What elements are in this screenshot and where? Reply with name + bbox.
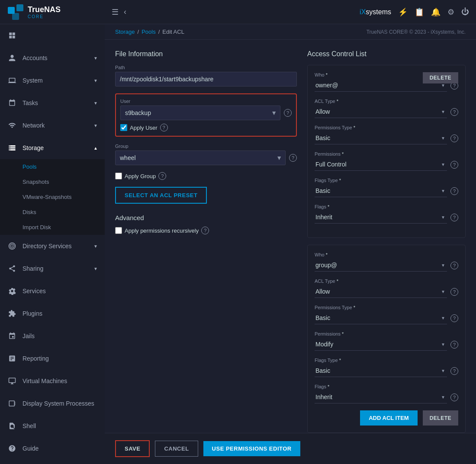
acl-perms-value-0: Full Control xyxy=(315,158,441,170)
save-button[interactable]: SAVE xyxy=(115,440,150,457)
chevron-icon: ▲ xyxy=(93,146,98,150)
acl-perms-help-1[interactable]: ? xyxy=(450,341,458,349)
sidebar-sub-item-pools[interactable]: Pools xyxy=(0,159,105,174)
content-area: File Information Path User ▼ ? xyxy=(105,40,476,433)
user-help-icon[interactable]: ? xyxy=(284,109,292,117)
sidebar-sub-item-snapshots[interactable]: Snapshots xyxy=(0,174,105,189)
apply-group-checkbox[interactable] xyxy=(115,173,122,179)
sidebar-item-system[interactable]: System ▼ xyxy=(0,69,105,92)
acl-type-select-1[interactable]: Allow ▼ xyxy=(315,285,447,298)
path-label: Path xyxy=(115,65,297,70)
acl-who-select-1[interactable]: group@ ▼ xyxy=(315,259,447,272)
advanced-section: Advanced Apply permissions recursively ? xyxy=(115,214,297,234)
apply-user-help-icon[interactable]: ? xyxy=(160,124,168,131)
acl-perms-label-1: Permissions * xyxy=(315,331,458,336)
file-info-title: File Information xyxy=(115,50,297,58)
apply-user-checkbox[interactable] xyxy=(120,124,127,131)
share-icon xyxy=(7,263,17,274)
topbar: ☰ ‹ iXsystems ⚡ 📋 🔔 ⚙ ⏻ xyxy=(105,0,476,24)
app-version: CORE xyxy=(28,14,61,19)
acl-delete-button-1[interactable]: DELETE xyxy=(423,410,458,426)
acl-flags-help-0[interactable]: ? xyxy=(450,214,458,221)
acl-perms-select-1[interactable]: Modify ▼ xyxy=(315,338,447,351)
back-icon[interactable]: ‹ xyxy=(124,7,126,16)
sidebar-item-storage[interactable]: Storage ▲ xyxy=(0,137,105,159)
acl-flags-help-1[interactable]: ? xyxy=(450,394,458,401)
sidebar-sub-item-import-disk[interactable]: Import Disk xyxy=(0,220,105,235)
topbar-left: ☰ ‹ xyxy=(112,7,126,17)
network-label: Network xyxy=(23,122,93,129)
acl-flags-value-0: Inherit xyxy=(315,211,441,223)
power-icon[interactable]: ⏻ xyxy=(461,7,469,16)
acl-flags-arrow-0: ▼ xyxy=(441,215,445,220)
acl-flags-type-select-1[interactable]: Basic ▼ xyxy=(315,365,447,377)
sidebar-sub-item-vmware-snapshots[interactable]: VMware-Snapshots xyxy=(0,189,105,205)
select-acl-preset-button[interactable]: SELECT AN ACL PRESET xyxy=(115,187,207,204)
target-icon xyxy=(7,241,17,251)
sidebar-item-directory-services[interactable]: Directory Services ▼ xyxy=(0,235,105,257)
acl-who-help-1[interactable]: ? xyxy=(450,262,458,269)
storage-label: Storage xyxy=(23,144,93,151)
acl-type-help-1[interactable]: ? xyxy=(450,288,458,296)
acl-type-arrow-1: ▼ xyxy=(441,289,445,294)
sidebar-item-sharing[interactable]: Sharing ▼ xyxy=(0,257,105,280)
use-permissions-editor-button[interactable]: USE PERMISSIONS EDITOR xyxy=(203,441,300,456)
sidebar-item-tasks[interactable]: Tasks ▼ xyxy=(0,92,105,114)
acl-type-select-0[interactable]: Allow ▼ xyxy=(315,106,447,118)
sidebar-item-reporting[interactable]: Reporting xyxy=(0,347,105,370)
breadcrumb-storage[interactable]: Storage xyxy=(115,29,135,35)
group-help-icon[interactable]: ? xyxy=(289,154,297,162)
apply-group-help-icon[interactable]: ? xyxy=(158,172,166,180)
acl-perms-type-select-1[interactable]: Basic ▼ xyxy=(315,312,447,324)
menu-icon[interactable]: ☰ xyxy=(112,7,119,17)
sidebar-item-accounts[interactable]: Accounts ▼ xyxy=(0,47,105,69)
acl-flags-type-select-0[interactable]: Basic ▼ xyxy=(315,185,447,197)
path-input[interactable] xyxy=(115,72,297,86)
sidebar-item-plugins[interactable]: Plugins xyxy=(0,302,105,325)
shell-icon xyxy=(7,421,17,431)
group-input[interactable] xyxy=(115,150,286,165)
sidebar-item-shell[interactable]: Shell xyxy=(0,415,105,437)
chevron-icon: ▼ xyxy=(93,123,98,128)
grid-icon xyxy=(7,30,17,41)
sidebar-item-services[interactable]: Services xyxy=(0,280,105,302)
add-acl-item-button[interactable]: ADD ACL ITEM xyxy=(360,410,417,426)
sidebar-item-dashboard[interactable] xyxy=(0,24,105,47)
acl-who-select-0[interactable]: owner@ ▼ xyxy=(315,79,447,92)
acl-type-help-0[interactable]: ? xyxy=(450,108,458,116)
apply-user-label[interactable]: Apply User xyxy=(130,125,158,131)
sidebar-item-jails[interactable]: Jails xyxy=(0,325,105,347)
cancel-button[interactable]: CANCEL xyxy=(155,441,198,457)
tasks-icon[interactable]: 📋 xyxy=(415,7,424,17)
apply-group-label[interactable]: Apply Group xyxy=(125,173,156,179)
breadcrumb-pools[interactable]: Pools xyxy=(142,29,156,35)
sidebar-item-virtual-machines[interactable]: Virtual Machines xyxy=(0,370,105,392)
acl-perms-type-help-1[interactable]: ? xyxy=(450,314,458,322)
acl-who-arrow-0: ▼ xyxy=(441,83,445,88)
apply-recursively-checkbox[interactable] xyxy=(115,227,122,234)
path-group: Path xyxy=(115,65,297,86)
acl-perms-select-0[interactable]: Full Control ▼ xyxy=(315,158,447,171)
sidebar-sub-item-disks[interactable]: Disks xyxy=(0,205,105,220)
acl-flags-type-help-0[interactable]: ? xyxy=(450,187,458,195)
acl-flags-type-help-1[interactable]: ? xyxy=(450,367,458,375)
acl-flags-select-1[interactable]: Inherit ▼ xyxy=(315,391,447,403)
acl-flags-type-value-0: Basic xyxy=(315,185,441,197)
trident-icon[interactable]: ⚡ xyxy=(398,7,408,17)
apply-recursively-label[interactable]: Apply permissions recursively xyxy=(125,227,199,234)
user-input[interactable] xyxy=(120,106,280,120)
sidebar-item-display-system-processes[interactable]: Display System Processes xyxy=(0,392,105,415)
acl-perms-type-help-0[interactable]: ? xyxy=(450,134,458,142)
puzzle-icon xyxy=(7,308,17,319)
sidebar-item-network[interactable]: Network ▼ xyxy=(0,114,105,137)
settings-icon[interactable]: ⚙ xyxy=(447,7,454,17)
acl-type-group-1: ACL Type * Allow ▼ ? xyxy=(315,278,458,298)
acl-perms-type-select-0[interactable]: Basic ▼ xyxy=(315,132,447,144)
acl-flags-value-1: Inherit xyxy=(315,391,441,403)
apply-recursively-help-icon[interactable]: ? xyxy=(201,227,209,234)
user-group: User ▼ ? xyxy=(120,99,292,120)
notifications-icon[interactable]: 🔔 xyxy=(431,7,441,17)
acl-flags-select-0[interactable]: Inherit ▼ xyxy=(315,211,447,224)
acl-perms-help-0[interactable]: ? xyxy=(450,161,458,169)
sidebar-item-guide[interactable]: Guide xyxy=(0,437,105,460)
